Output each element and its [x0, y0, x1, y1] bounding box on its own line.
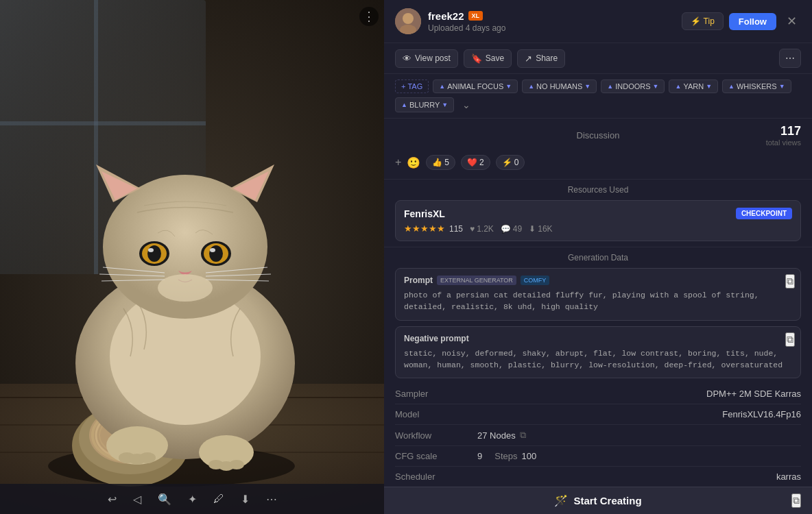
image-bottom-bar: ↩ ◁ 🔍 ✦ 🖊 ⬇ ⋯	[0, 484, 384, 514]
reaction-thumbs-up[interactable]: 👍 5	[426, 155, 455, 170]
reaction-count-2: 2	[479, 158, 484, 167]
download-stat-icon: ⬇	[529, 224, 536, 234]
resource-card: FenrisXL CHECKPOINT ★★★★★ 115 ♥ 1.2K 💬 4…	[395, 200, 801, 241]
save-button[interactable]: 🔖 Save	[464, 49, 512, 68]
add-tag-button[interactable]: + TAG	[395, 79, 429, 93]
svg-point-46	[403, 13, 414, 24]
nav-icon-2[interactable]: ◁	[133, 493, 141, 506]
right-panel: freek22 XL Uploaded 4 days ago ⚡ Tip Fol…	[384, 0, 812, 514]
cfg-row: CFG scale 9 Steps 100	[395, 446, 801, 467]
downloads-count: 16K	[538, 224, 552, 234]
start-creating-bar[interactable]: 🪄 Start Creating ⧉	[384, 487, 812, 514]
share-icon: ↗	[525, 53, 532, 64]
tag-arrow-down-icon-4: ▼	[706, 83, 712, 90]
reaction-bar: + 🙂 👍 5 ❤️ 2 ⚡ 0	[384, 152, 812, 175]
wand-icon: 🪄	[554, 494, 568, 507]
tag-indoors[interactable]: ▲ INDOORS ▼	[601, 79, 665, 93]
share-button[interactable]: ↗ Share	[517, 49, 565, 68]
reaction-lightning[interactable]: ⚡ 0	[496, 155, 525, 170]
views-number: 117	[666, 124, 801, 138]
tag-text-6: BLURRY	[409, 101, 440, 109]
reaction-heart[interactable]: ❤️ 2	[461, 155, 490, 170]
expand-tags-button[interactable]: ⌄	[458, 97, 475, 112]
save-label: Save	[486, 53, 504, 63]
comments-stat: 💬 49	[501, 224, 522, 234]
discussion-header: Discussion 117 total views	[384, 119, 812, 152]
comments-count: 49	[513, 224, 522, 234]
tag-text-4: YARN	[683, 82, 704, 90]
cfg-label: CFG scale	[395, 451, 477, 461]
more-options-button[interactable]: ⋯	[779, 49, 801, 68]
svg-point-24	[229, 460, 244, 469]
discussion-title: Discussion	[530, 130, 665, 140]
discussion-section: Discussion 117 total views + 🙂 👍 5 ❤️ 2 …	[384, 119, 812, 179]
tag-yarn[interactable]: ▲ YARN ▼	[669, 79, 718, 93]
tag-arrow-up-icon-3: ▲	[607, 83, 613, 90]
workflow-value: 27 Nodes	[477, 430, 516, 441]
start-creating-copy-button[interactable]: ⧉	[791, 493, 801, 508]
tag-text-5: WHISKERS	[737, 82, 777, 90]
nav-icon-4[interactable]: ✦	[188, 493, 197, 506]
nav-icon-5[interactable]: 🖊	[213, 493, 224, 505]
comment-stat-icon: 💬	[501, 224, 511, 234]
tag-label: TAG	[407, 82, 422, 90]
negative-prompt-label: Negative prompt	[404, 334, 469, 343]
resources-title: Resources Used	[395, 185, 801, 195]
tag-arrow-up-icon: ▲	[439, 83, 445, 90]
generation-title: Generation Data	[384, 247, 812, 268]
scheduler-value: karras	[776, 472, 801, 482]
scheduler-label: Scheduler	[395, 472, 477, 482]
tag-arrow-up-icon-5: ▲	[728, 83, 735, 90]
image-options-icon[interactable]: ⋮	[359, 7, 379, 26]
upload-time: Uploaded 4 days ago	[428, 23, 675, 33]
external-generator-badge: EXTERNAL GENERATOR	[437, 276, 516, 285]
svg-point-32	[147, 245, 161, 262]
follow-button[interactable]: Follow	[729, 13, 776, 30]
workflow-label: Workflow	[395, 430, 477, 441]
prompt-copy-button[interactable]: ⧉	[785, 274, 795, 289]
workflow-row: Workflow 27 Nodes ⧉	[395, 425, 801, 446]
svg-point-37	[210, 248, 215, 252]
tag-no-humans[interactable]: ▲ NO HUMANS ▼	[522, 79, 597, 93]
tip-label: Tip	[704, 16, 715, 26]
cfg-value: 9	[477, 451, 482, 461]
nav-icon-1[interactable]: ↩	[108, 493, 117, 506]
tag-text-2: NO HUMANS	[536, 82, 582, 90]
sampler-row: Sampler DPM++ 2M SDE Karras	[395, 384, 801, 404]
nav-icon-3[interactable]: 🔍	[158, 493, 171, 506]
reaction-count-1: 5	[444, 158, 449, 167]
user-info: freek22 XL Uploaded 4 days ago	[428, 10, 675, 33]
tags-section: + TAG ▲ ANIMAL FOCUS ▼ ▲ NO HUMANS ▼ ▲ I…	[384, 74, 812, 119]
tag-animal-focus[interactable]: ▲ ANIMAL FOCUS ▼	[433, 79, 518, 93]
svg-point-21	[139, 452, 156, 463]
thumbs-up-icon: 👍	[432, 158, 442, 167]
rating-count: 115	[449, 224, 463, 234]
view-post-button[interactable]: 👁 View post	[395, 49, 458, 68]
nav-icon-7[interactable]: ⋯	[266, 493, 277, 506]
resource-stats: ★★★★★ 115 ♥ 1.2K 💬 49 ⬇ 16K	[404, 223, 792, 234]
close-button[interactable]: ✕	[782, 12, 801, 31]
svg-point-33	[148, 248, 154, 252]
add-reaction-button[interactable]: +	[395, 156, 401, 169]
reaction-count-3: 0	[514, 158, 519, 167]
tip-button[interactable]: ⚡ Tip	[682, 12, 724, 30]
heart-stat-icon: ♥	[470, 224, 475, 234]
nav-icon-6[interactable]: ⬇	[241, 493, 250, 506]
plus-icon: +	[401, 82, 405, 90]
negative-copy-button[interactable]: ⧉	[785, 332, 795, 347]
views-count: 117 total views	[666, 124, 801, 147]
resource-model-name[interactable]: FenrisXL	[404, 208, 736, 219]
scheduler-row: Scheduler karras	[395, 467, 801, 487]
tag-arrow-down-icon: ▼	[505, 83, 512, 90]
workflow-copy-icon[interactable]: ⧉	[520, 430, 526, 441]
tag-whiskers[interactable]: ▲ WHISKERS ▼	[722, 79, 791, 93]
view-post-label: View post	[415, 53, 451, 63]
image-panel: ⋮	[0, 0, 384, 514]
svg-point-36	[209, 245, 223, 262]
heart-icon: ❤️	[467, 158, 477, 167]
prompt-block: Prompt EXTERNAL GENERATOR COMFY ⧉ photo …	[395, 268, 801, 321]
tag-blurry[interactable]: ▲ BLURRY ▼	[395, 97, 454, 112]
post-header: freek22 XL Uploaded 4 days ago ⚡ Tip Fol…	[384, 0, 812, 43]
model-row: Model FenrisXLV16.4Fp16	[395, 404, 801, 425]
emoji-picker-button[interactable]: 🙂	[407, 156, 420, 169]
